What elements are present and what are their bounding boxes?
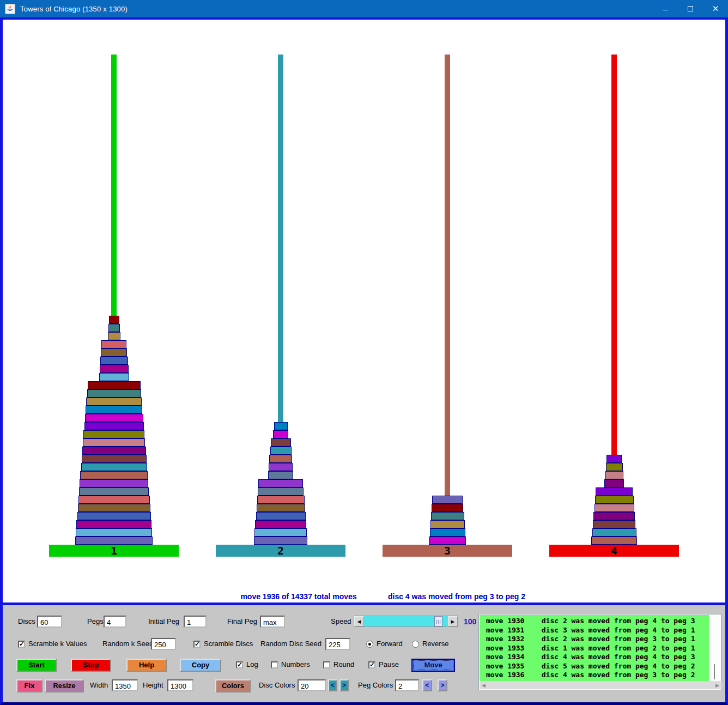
disc-peg4: [595, 496, 634, 504]
disc-peg2: [255, 520, 306, 528]
peg-base-4: 4: [549, 545, 679, 557]
discs-input[interactable]: [37, 616, 62, 628]
disc-peg4: [606, 463, 623, 471]
maximize-button[interactable]: [678, 0, 703, 17]
slider-left-arrow-icon[interactable]: ◀: [354, 616, 364, 626]
speed-value: 100: [464, 616, 476, 628]
game-canvas: 1234 move 1936 of 14337 total moves disc…: [0, 17, 728, 605]
disc-peg3: [431, 512, 464, 520]
width-label: Width: [90, 679, 108, 691]
disc-peg1: [101, 348, 127, 357]
slider-track[interactable]: |||: [364, 616, 448, 626]
log-checkbox[interactable]: ✓: [236, 661, 243, 668]
disc-peg1: [85, 414, 143, 422]
log-hscroll-left-arrow-icon[interactable]: ◀: [482, 683, 486, 688]
disc-peg2: [256, 512, 306, 520]
pegs-board: 1234: [3, 20, 725, 602]
disc-peg4: [604, 479, 624, 487]
log-horizontal-scrollbar[interactable]: ◀ ▶: [480, 681, 721, 689]
slider-thumb[interactable]: |||: [434, 616, 442, 626]
disc-peg3: [430, 528, 465, 537]
log-checkbox-group: ✓ Log: [236, 659, 258, 671]
disc-peg2: [257, 496, 305, 504]
log-hscroll-right-arrow-icon[interactable]: ▶: [715, 683, 719, 688]
java-app-icon: [5, 4, 15, 14]
final-peg-input[interactable]: [260, 616, 285, 628]
log-label: Log: [246, 659, 258, 671]
scramble-k-checkbox[interactable]: ✓: [18, 641, 25, 648]
disc-peg2: [269, 463, 293, 471]
log-line: move 1936 disc 4 was moved from peg 3 to…: [480, 671, 709, 680]
reverse-radio[interactable]: [412, 641, 419, 648]
final-peg-label: Final Peg: [227, 616, 257, 628]
copy-button[interactable]: Copy: [180, 659, 221, 672]
disc-peg4: [596, 487, 633, 496]
disc-peg2: [273, 430, 288, 438]
disc-peg1: [87, 389, 141, 397]
titlebar: Towers of Chicago (1350 x 1300) – ✕: [0, 0, 728, 17]
random-k-seed-input[interactable]: [151, 638, 176, 650]
scramble-k-label: Scramble k Values: [28, 638, 87, 650]
disc-peg2: [258, 479, 303, 487]
pegs-input[interactable]: [104, 616, 126, 628]
fix-button[interactable]: Fix: [16, 679, 43, 692]
disc-peg2: [270, 447, 292, 455]
control-panel: Discs Pegs Initial Peg Final Peg Speed ◀…: [0, 605, 728, 705]
stop-button[interactable]: Stop: [71, 659, 111, 672]
forward-label: Forward: [377, 638, 403, 650]
round-checkbox[interactable]: [323, 661, 330, 668]
disc-colors-increment-button[interactable]: >: [339, 679, 349, 691]
colors-button[interactable]: Colors: [215, 679, 251, 692]
scramble-discs-checkbox-group: ✓ Scramble Discs: [193, 638, 253, 650]
disc-peg3: [430, 520, 465, 528]
slider-right-arrow-icon[interactable]: ▶: [448, 616, 458, 626]
disc-peg1: [108, 324, 120, 332]
pause-checkbox[interactable]: ✓: [368, 661, 375, 668]
maximize-icon: [688, 6, 693, 11]
round-checkbox-group: Round: [323, 659, 354, 671]
numbers-checkbox[interactable]: [271, 661, 278, 668]
numbers-label: Numbers: [281, 659, 310, 671]
app-window: Towers of Chicago (1350 x 1300) – ✕ 1234…: [0, 0, 728, 705]
forward-radio[interactable]: [366, 641, 373, 648]
minimize-button[interactable]: –: [653, 0, 678, 17]
close-button[interactable]: ✕: [703, 0, 728, 17]
resize-button[interactable]: Resize: [45, 679, 84, 692]
scramble-k-checkbox-group: ✓ Scramble k Values: [18, 638, 87, 650]
log-line: move 1933 disc 1 was moved from peg 2 to…: [480, 644, 709, 653]
disc-peg1: [82, 455, 147, 463]
disc-peg1: [86, 397, 142, 406]
disc-colors-decrement-button[interactable]: <: [328, 679, 337, 691]
scramble-discs-checkbox[interactable]: ✓: [193, 641, 201, 648]
move-button[interactable]: Move: [411, 659, 455, 672]
window-controls: – ✕: [653, 0, 728, 17]
disc-peg1: [75, 537, 153, 545]
log-line: move 1934 disc 4 was moved from peg 4 to…: [480, 653, 709, 662]
disc-peg2: [271, 438, 291, 447]
disc-peg1: [81, 463, 147, 471]
peg-colors-increment-button[interactable]: >: [438, 679, 447, 691]
help-button[interactable]: Help: [126, 659, 167, 672]
disc-peg4: [592, 528, 636, 537]
disc-peg4: [594, 504, 634, 512]
log-vertical-scrollbar[interactable]: [709, 615, 720, 682]
width-input[interactable]: [112, 679, 138, 691]
start-button[interactable]: Start: [16, 659, 57, 672]
disc-peg1: [78, 504, 150, 512]
move-log-text[interactable]: move 1930 disc 2 was moved from peg 4 to…: [480, 615, 709, 682]
log-vscroll-thumb[interactable]: [714, 664, 715, 679]
random-k-seed-label: Random k Seed: [102, 638, 153, 650]
disc-colors-input[interactable]: [298, 679, 326, 691]
initial-peg-input[interactable]: [184, 616, 207, 628]
peg-colors-decrement-button[interactable]: <: [422, 679, 432, 691]
numbers-checkbox-group: Numbers: [271, 659, 310, 671]
disc-peg1: [100, 357, 128, 365]
peg-colors-input[interactable]: [395, 679, 419, 691]
height-input[interactable]: [167, 679, 193, 691]
peg-base-2: 2: [216, 545, 345, 557]
random-disc-seed-input[interactable]: [325, 638, 350, 650]
disc-peg3: [429, 537, 466, 545]
peg-colors-label: Peg Colors: [358, 679, 393, 691]
speed-slider[interactable]: ◀ ||| ▶: [354, 616, 458, 627]
move-log-panel: move 1930 disc 2 was moved from peg 4 to…: [478, 614, 721, 690]
